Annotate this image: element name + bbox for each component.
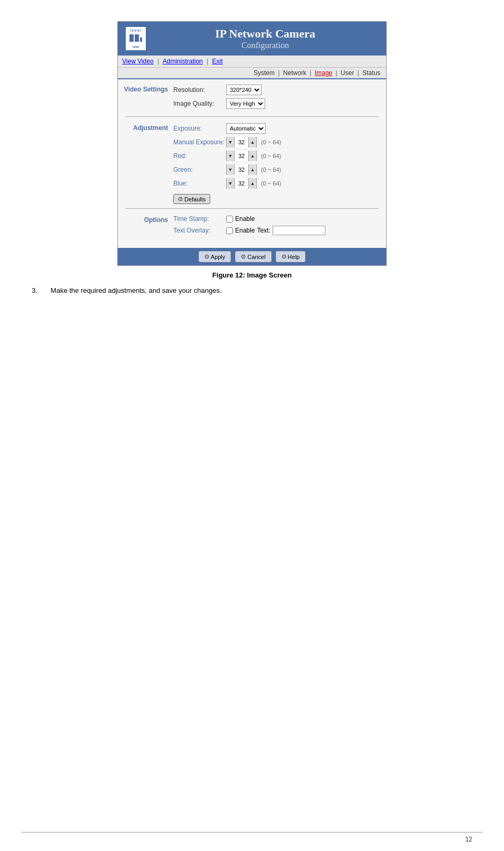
- page-title: IP Network Camera Configuration: [152, 27, 378, 50]
- defaults-row: Defaults: [173, 192, 384, 204]
- blue-label: Blue:: [173, 180, 226, 187]
- blue-down-btn[interactable]: ▼: [227, 178, 234, 189]
- time-stamp-value: Enable: [226, 215, 255, 223]
- section-tabs: System | Network | Image | User | Status: [118, 68, 386, 79]
- manual-exposure-range: (0 ~ 64): [261, 139, 281, 145]
- image-quality-value: Low Medium High Very High: [226, 98, 265, 109]
- text-overlay-checkbox[interactable]: [226, 227, 233, 234]
- options-section: Options Time Stamp: Enable Text Overlay:: [120, 215, 384, 238]
- tab-sep4: |: [358, 69, 359, 77]
- resolution-select[interactable]: 160*120 320*240 640*480: [226, 85, 262, 95]
- red-label: Red:: [173, 152, 226, 160]
- divider2: [126, 208, 378, 211]
- red-up-btn[interactable]: ▲: [249, 151, 256, 161]
- tab-system[interactable]: System: [254, 69, 275, 77]
- red-input[interactable]: [234, 151, 249, 161]
- text-overlay-label: Text Overlay:: [173, 227, 226, 234]
- tab-sep2: |: [310, 69, 311, 77]
- instruction-row: 3. Make the required adjustments, and sa…: [32, 286, 472, 294]
- blue-value: ▼ ▲ (0 ~ 64): [226, 178, 281, 189]
- adjustment-section: Adjustment Exposure: Automatic Manual Ma…: [120, 123, 384, 204]
- image-quality-label: Image Quality:: [173, 100, 226, 107]
- image-quality-select[interactable]: Low Medium High Very High: [226, 98, 265, 109]
- logo-one-text: one: [133, 45, 139, 49]
- text-overlay-text-label: Text:: [257, 227, 270, 234]
- instruction-text: Make the required adjustments, and save …: [51, 286, 222, 294]
- blue-up-btn[interactable]: ▲: [249, 178, 256, 189]
- adjustment-label: Adjustment: [120, 123, 173, 204]
- tab-user[interactable]: User: [341, 69, 354, 77]
- exposure-row: Exposure: Automatic Manual: [173, 123, 384, 134]
- image-quality-row: Image Quality: Low Medium High Very High: [173, 98, 384, 109]
- manual-exposure-down-btn[interactable]: ▼: [227, 137, 234, 147]
- manual-exposure-up-btn[interactable]: ▲: [249, 137, 256, 147]
- blue-input[interactable]: [234, 178, 249, 189]
- view-video-link[interactable]: View Video: [122, 58, 154, 65]
- camera-body: Video Settings Resolution: 160*120 320*2…: [118, 79, 386, 248]
- nav-sep2: |: [207, 58, 208, 65]
- manual-exposure-value: ▼ ▲ (0 ~ 64): [226, 137, 281, 147]
- exposure-label: Exposure:: [173, 125, 226, 132]
- blue-spinbox: ▼ ▲: [226, 178, 257, 189]
- blue-row: Blue: ▼ ▲ (0 ~ 64): [173, 178, 384, 189]
- green-range: (0 ~ 64): [261, 166, 281, 173]
- main-title-text: IP Network Camera: [152, 27, 378, 41]
- green-label: Green:: [173, 166, 226, 173]
- time-stamp-row: Time Stamp: Enable: [173, 215, 384, 223]
- green-row: Green: ▼ ▲ (0 ~ 64): [173, 164, 384, 175]
- text-overlay-value: Enable Text:: [226, 226, 325, 235]
- page-number: 12: [465, 836, 472, 843]
- help-button[interactable]: Help: [276, 251, 306, 262]
- nav-sep1: |: [157, 58, 159, 65]
- svg-rect-0: [129, 34, 134, 42]
- brand-logo: level one: [126, 27, 146, 50]
- logo-icon: [128, 32, 143, 45]
- tab-network[interactable]: Network: [283, 69, 306, 77]
- video-settings-section: Video Settings Resolution: 160*120 320*2…: [120, 85, 384, 112]
- green-down-btn[interactable]: ▼: [227, 164, 234, 175]
- page-divider: [21, 832, 483, 832]
- camera-footer: Apply Cancel Help: [118, 248, 386, 265]
- red-range: (0 ~ 64): [261, 153, 281, 159]
- red-down-btn[interactable]: ▼: [227, 151, 234, 161]
- logo-level-text: level: [130, 29, 142, 32]
- video-settings-content: Resolution: 160*120 320*240 640*480 Imag…: [173, 85, 384, 112]
- text-overlay-enable-label: Enable: [235, 227, 255, 234]
- manual-exposure-label: Manual Exposure:: [173, 138, 226, 146]
- red-row: Red: ▼ ▲ (0 ~ 64): [173, 151, 384, 161]
- sub-title-text: Configuration: [152, 41, 378, 50]
- manual-exposure-input[interactable]: [234, 137, 249, 147]
- tab-status[interactable]: Status: [362, 69, 380, 77]
- figure-caption: Figure 12: Image Screen: [32, 271, 472, 279]
- svg-rect-2: [140, 38, 142, 42]
- manual-exposure-spinbox: ▼ ▲: [226, 137, 257, 147]
- video-settings-label: Video Settings: [120, 85, 173, 112]
- blue-range: (0 ~ 64): [261, 180, 281, 187]
- green-value: ▼ ▲ (0 ~ 64): [226, 164, 281, 175]
- time-stamp-label: Time Stamp:: [173, 215, 226, 223]
- tab-sep1: |: [278, 69, 279, 77]
- administration-link[interactable]: Administration: [163, 58, 203, 65]
- time-stamp-checkbox[interactable]: [226, 216, 233, 223]
- apply-button[interactable]: Apply: [199, 251, 231, 262]
- main-nav: View Video | Administration | Exit: [118, 56, 386, 68]
- text-overlay-row: Text Overlay: Enable Text:: [173, 226, 384, 235]
- options-label: Options: [120, 215, 173, 238]
- divider1: [126, 116, 378, 119]
- exposure-value: Automatic Manual: [226, 123, 266, 134]
- green-input[interactable]: [234, 164, 249, 175]
- exit-link[interactable]: Exit: [212, 58, 223, 65]
- tab-image[interactable]: Image: [315, 69, 332, 77]
- tab-sep3: |: [335, 69, 337, 77]
- text-overlay-input[interactable]: [273, 226, 325, 235]
- camera-header: level one IP Network Camera Configuratio…: [118, 22, 386, 56]
- instruction-number: 3.: [32, 286, 38, 294]
- cancel-button[interactable]: Cancel: [235, 251, 271, 262]
- camera-config-panel: level one IP Network Camera Configuratio…: [117, 21, 387, 266]
- green-spinbox: ▼ ▲: [226, 164, 257, 175]
- defaults-button[interactable]: Defaults: [173, 194, 210, 204]
- manual-exposure-row: Manual Exposure: ▼ ▲ (0 ~ 64): [173, 137, 384, 147]
- exposure-select[interactable]: Automatic Manual: [226, 123, 266, 134]
- time-stamp-enable-label: Enable: [235, 215, 255, 223]
- green-up-btn[interactable]: ▲: [249, 164, 256, 175]
